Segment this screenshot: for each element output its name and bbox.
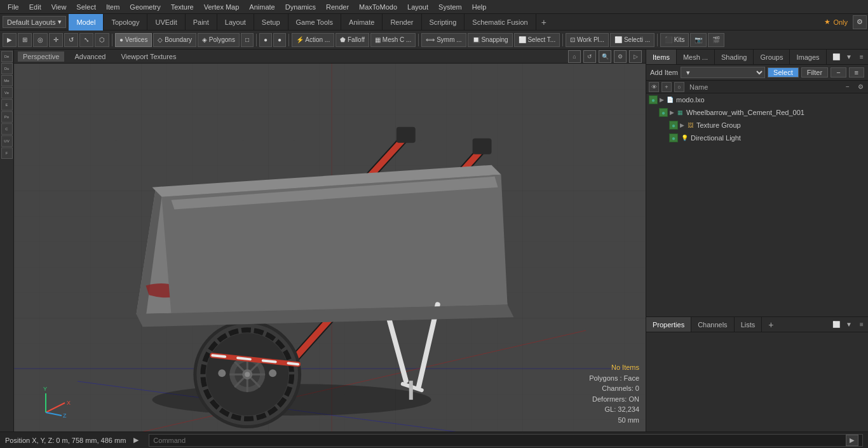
menu-edit[interactable]: Edit <box>24 2 46 12</box>
props-menu-icon[interactable]: ≡ <box>855 317 868 332</box>
sidebar-btn-5[interactable]: E <box>1 99 13 111</box>
tool-mesh-btn[interactable]: ▦ Mesh C ... <box>370 33 416 47</box>
tool-selection-btn[interactable]: ⬜ Selecti ... <box>610 33 654 47</box>
menu-select[interactable]: Select <box>71 2 101 12</box>
items-minus-btn[interactable]: − <box>831 67 846 78</box>
col-visibility-icon[interactable]: ○ <box>674 82 684 92</box>
items-expand-icon[interactable]: ⬜ <box>830 50 843 65</box>
tool-circle-btn1[interactable]: ● <box>259 33 272 47</box>
tree-item-light[interactable]: ● 💡 Directional Light <box>646 132 868 144</box>
menu-layout[interactable]: Layout <box>402 2 433 12</box>
tree-item-texture-group[interactable]: ● ▶ 🖼 Texture Group <box>646 119 868 132</box>
sidebar-btn-3[interactable]: Me <box>1 75 13 86</box>
tool-snapping-btn[interactable]: 🔲 Snapping <box>468 33 513 47</box>
sidebar-btn-8[interactable]: UV <box>1 135 13 147</box>
tool-toggle-btn[interactable]: ▶ <box>3 33 17 47</box>
add-item-dropdown[interactable]: ▾ <box>681 67 765 78</box>
menu-help[interactable]: Help <box>467 2 492 12</box>
status-arrow-icon[interactable]: ▶ <box>133 436 139 444</box>
sidebar-btn-6[interactable]: Po <box>1 111 13 123</box>
layout-tab-schematic[interactable]: Schematic Fusion <box>465 14 536 31</box>
tool-render-preview-btn[interactable]: 🎬 <box>708 33 724 47</box>
tool-grid-btn[interactable]: ⊞ <box>18 33 32 47</box>
tool-vertices-btn[interactable]: ● Vertices <box>115 33 152 47</box>
sidebar-btn-7[interactable]: C <box>1 123 13 135</box>
layout-add-button[interactable]: + <box>536 15 552 29</box>
tool-workplane-btn[interactable]: ⊡ Work Pl... <box>566 33 609 47</box>
tree-eye-texture[interactable]: ● <box>669 121 678 130</box>
menu-file[interactable]: File <box>3 2 24 12</box>
tool-circle-btn2[interactable]: ● <box>273 33 286 47</box>
vp-home-icon[interactable]: ⌂ <box>568 50 581 63</box>
command-input[interactable] <box>153 437 846 444</box>
layout-tab-topology[interactable]: Topology <box>104 14 147 31</box>
layout-tab-paint[interactable]: Paint <box>186 14 217 31</box>
menu-maxtomodo[interactable]: MaxToModo <box>354 2 402 12</box>
menu-item[interactable]: Item <box>101 2 125 12</box>
tool-symmetry-btn[interactable]: ⟺ Symm ... <box>421 33 466 47</box>
items-settings-btn[interactable]: ≡ <box>849 67 864 78</box>
tool-action-btn[interactable]: ⚡ Action ... <box>292 33 334 47</box>
tool-camera-btn[interactable]: 📷 <box>690 33 707 47</box>
vp-tab-textures[interactable]: Viewport Textures <box>116 51 181 62</box>
items-tab-groups[interactable]: Groups <box>754 50 790 64</box>
vp-tab-advanced[interactable]: Advanced <box>69 51 111 62</box>
menu-dynamics[interactable]: Dynamics <box>280 2 321 12</box>
props-expand-icon[interactable]: ⬜ <box>830 317 843 332</box>
items-collapse-icon[interactable]: ▼ <box>843 50 855 65</box>
tree-item-wheelbarrow[interactable]: ● ▶ ▦ Wheelbarrow_with_Cement_Red_001 <box>646 106 868 119</box>
layout-tab-setup[interactable]: Setup <box>254 14 288 31</box>
tool-transform-btn[interactable]: ✛ <box>49 33 63 47</box>
tree-eye-root[interactable]: ● <box>649 95 658 104</box>
tree-item-root[interactable]: ● ▶ 📄 modo.lxo <box>646 93 868 106</box>
tool-mirror-btn[interactable]: ⬡ <box>95 33 109 47</box>
tool-mode-btn[interactable]: □ <box>241 33 254 47</box>
select-button[interactable]: Select <box>768 67 799 78</box>
sidebar-btn-1[interactable]: De <box>1 51 13 62</box>
items-tab-mesh[interactable]: Mesh ... <box>677 50 715 64</box>
sidebar-btn-2[interactable]: Du <box>1 63 13 74</box>
viewport-canvas[interactable]: No Items Polygons : Face Channels: 0 Def… <box>14 64 646 431</box>
menu-view[interactable]: View <box>46 2 72 12</box>
vp-tab-perspective[interactable]: Perspective <box>18 51 64 62</box>
menu-texture[interactable]: Texture <box>166 2 199 12</box>
tree-eye-light[interactable]: ● <box>669 133 678 142</box>
items-tab-images[interactable]: Images <box>790 50 826 64</box>
layout-tab-uvedit[interactable]: UVEdit <box>147 14 185 31</box>
menu-geometry[interactable]: Geometry <box>125 2 165 12</box>
layout-tab-render[interactable]: Render <box>383 14 421 31</box>
props-tab-lists[interactable]: Lists <box>735 317 763 332</box>
props-tab-properties[interactable]: Properties <box>646 317 691 332</box>
layout-tab-model[interactable]: Model <box>69 14 104 31</box>
menu-render[interactable]: Render <box>321 2 354 12</box>
col-add-icon[interactable]: + <box>661 82 672 92</box>
items-menu-icon[interactable]: ≡ <box>855 50 868 65</box>
vp-refresh-icon[interactable]: ↺ <box>583 50 596 63</box>
props-collapse-icon[interactable]: ▼ <box>843 317 855 332</box>
menu-system[interactable]: System <box>433 2 467 12</box>
layout-settings-icon[interactable]: ⚙ <box>853 15 867 29</box>
menu-animate[interactable]: Animate <box>244 2 280 12</box>
tool-kits-btn[interactable]: ⬛ Kits <box>660 33 689 47</box>
props-tab-add[interactable]: + <box>764 317 777 332</box>
col-end-minus[interactable]: − <box>843 82 853 92</box>
tool-polygons-btn[interactable]: ◈ Polygons <box>198 33 240 47</box>
items-tab-shading[interactable]: Shading <box>715 50 754 64</box>
filter-button[interactable]: Filter <box>801 67 828 78</box>
items-tab-items[interactable]: Items <box>646 50 677 64</box>
vp-expand-icon[interactable]: ▷ <box>629 50 642 63</box>
tool-select-btn[interactable]: ⬜ Select T... <box>514 33 560 47</box>
layout-dropdown[interactable]: Default Layouts ▾ <box>3 16 66 28</box>
menu-vertexmap[interactable]: Vertex Map <box>199 2 245 12</box>
sidebar-btn-9[interactable]: F <box>1 147 13 159</box>
tool-falloff-btn[interactable]: ⬟ Falloff <box>336 33 369 47</box>
layout-tab-layout[interactable]: Layout <box>217 14 254 31</box>
command-run-button[interactable]: ▶ <box>846 435 858 446</box>
layout-tab-scripting[interactable]: Scripting <box>422 14 465 31</box>
layout-tab-gametools[interactable]: Game Tools <box>288 14 342 31</box>
tool-rotate-btn[interactable]: ↺ <box>64 33 78 47</box>
col-end-settings[interactable]: ⚙ <box>855 82 865 92</box>
tool-snap-btn[interactable]: ◎ <box>33 33 48 47</box>
col-eye-icon[interactable]: 👁 <box>649 82 659 92</box>
tool-scale-btn[interactable]: ⤡ <box>79 33 93 47</box>
